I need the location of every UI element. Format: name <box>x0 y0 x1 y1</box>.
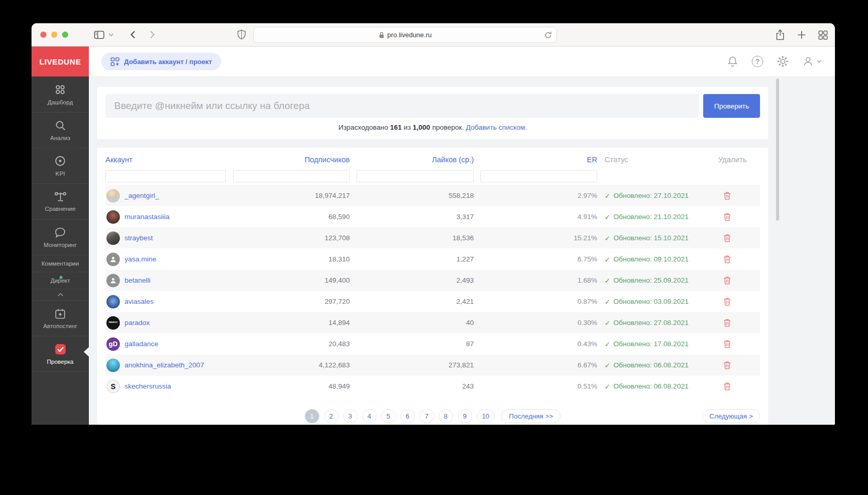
filter-er-input[interactable] <box>481 170 597 182</box>
delete-trash-icon[interactable] <box>723 339 731 348</box>
account-link[interactable]: paradox <box>125 319 150 327</box>
lock-icon <box>379 32 384 39</box>
check-button[interactable]: Проверить <box>703 94 760 118</box>
zoom-window-button[interactable] <box>62 32 68 38</box>
sidebar-item-analysis[interactable]: Анализ <box>32 112 89 148</box>
likes-value: 273,821 <box>350 361 474 369</box>
column-header-account[interactable]: Аккаунт <box>105 156 229 164</box>
reload-icon[interactable] <box>545 31 552 41</box>
livedune-logo[interactable]: LIVEDUNE <box>32 47 89 76</box>
page-button-8[interactable]: 8 <box>439 409 453 423</box>
page-button-2[interactable]: 2 <box>324 409 338 423</box>
blogger-search-input[interactable] <box>105 94 699 118</box>
last-page-button[interactable]: Последняя >> <box>501 409 561 423</box>
table-filter-row <box>105 167 760 185</box>
avatar <box>106 274 120 287</box>
followers-value: 297,720 <box>229 298 350 305</box>
sidebar-item-kpi[interactable]: KPI <box>32 148 89 183</box>
column-header-likes[interactable]: Лайков (ср.) <box>350 156 474 164</box>
sidebar-label: Мониторинг <box>44 242 77 248</box>
direct-notification-dot <box>59 276 63 279</box>
notifications-bell-icon[interactable] <box>727 56 738 67</box>
filter-account-input[interactable] <box>105 170 226 182</box>
add-by-list-link[interactable]: Добавить списком. <box>466 123 527 131</box>
page-button-6[interactable]: 6 <box>400 409 415 423</box>
table-row: yasa.mine 18,310 1,227 6.75% ✓Обновлено:… <box>105 249 760 270</box>
next-page-button[interactable]: Следующая > <box>702 409 760 423</box>
delete-trash-icon[interactable] <box>723 234 731 242</box>
sidebar-label: Комментарии <box>41 260 79 267</box>
column-header-er[interactable]: ER <box>474 156 597 164</box>
sidebar-item-check[interactable]: Проверка <box>32 336 89 372</box>
account-link[interactable]: anokhina_elizabeth_2007 <box>125 361 204 369</box>
sidebar-item-monitoring[interactable]: Мониторинг <box>32 219 89 255</box>
er-value: 0.87% <box>474 298 597 305</box>
account-link[interactable]: muranastasiiia <box>125 213 169 221</box>
account-link[interactable]: galladance <box>125 340 158 348</box>
avatar: S <box>106 380 120 393</box>
settings-gear-icon[interactable] <box>777 56 788 67</box>
likes-value: 18,536 <box>350 234 474 242</box>
sidebar-item-comparison[interactable]: Сравнение <box>32 183 89 219</box>
likes-value: 243 <box>350 382 474 390</box>
delete-trash-icon[interactable] <box>723 212 731 221</box>
tab-overview-icon[interactable] <box>818 30 828 40</box>
account-link[interactable]: yasa.mine <box>125 255 157 263</box>
forward-button[interactable] <box>150 30 155 39</box>
avatar <box>106 189 120 203</box>
add-grid-icon <box>111 57 119 66</box>
page-button-10[interactable]: 10 <box>477 409 494 423</box>
sidebar-label: Проверка <box>47 359 74 365</box>
sidebar-item-dashboard[interactable]: Дашборд <box>32 76 89 112</box>
delete-trash-icon[interactable] <box>723 191 731 200</box>
sidebar-item-direct[interactable]: Директ <box>32 272 89 289</box>
chevron-down-icon[interactable] <box>109 33 114 37</box>
user-profile-icon[interactable] <box>802 56 822 67</box>
page-button-7[interactable]: 7 <box>420 409 434 423</box>
status-text: Обновлено: 06.08.2021 <box>613 361 688 369</box>
page-button-1[interactable]: 1 <box>305 409 319 423</box>
delete-trash-icon[interactable] <box>723 318 731 327</box>
check-mark-icon: ✓ <box>605 319 610 327</box>
delete-trash-icon[interactable] <box>723 361 731 369</box>
sidebar-label: Автопостинг <box>43 323 78 329</box>
delete-trash-icon[interactable] <box>723 382 731 391</box>
usage-prefix: Израсходовано <box>338 123 388 131</box>
back-button[interactable] <box>130 30 135 39</box>
new-tab-icon[interactable] <box>797 30 806 39</box>
page-button-9[interactable]: 9 <box>458 409 472 423</box>
url-text: pro.livedune.ru <box>388 31 432 39</box>
help-icon[interactable]: ? <box>752 56 763 67</box>
page-button-3[interactable]: 3 <box>343 409 358 423</box>
page-button-4[interactable]: 4 <box>362 409 377 423</box>
account-link[interactable]: straybest <box>125 234 153 242</box>
sidebar-item-autoposting[interactable]: Автопостинг <box>32 300 89 336</box>
page-scrollbar[interactable] <box>776 79 779 221</box>
sidebar-item-comments[interactable]: Комментарии <box>32 255 89 272</box>
likes-value: 2,421 <box>350 298 474 305</box>
filter-followers-input[interactable] <box>233 170 350 182</box>
usage-mid: из <box>404 123 411 131</box>
account-link[interactable]: aviasales <box>125 298 153 305</box>
address-bar[interactable]: pro.livedune.ru <box>253 27 557 43</box>
delete-trash-icon[interactable] <box>723 276 731 285</box>
monitoring-collapse-chevron[interactable] <box>32 289 89 300</box>
sidebar-toggle-icon[interactable] <box>94 30 104 39</box>
delete-trash-icon[interactable] <box>723 255 731 264</box>
avatar <box>106 295 120 308</box>
account-link[interactable]: skechersrussia <box>125 382 171 390</box>
minimize-window-button[interactable] <box>51 32 57 38</box>
page-button-5[interactable]: 5 <box>381 409 396 423</box>
column-header-followers[interactable]: Подписчиков <box>229 156 350 164</box>
account-link[interactable]: _agentgirl_ <box>125 192 159 199</box>
filter-likes-input[interactable] <box>357 170 474 182</box>
privacy-shield-icon[interactable] <box>237 29 246 42</box>
sidebar-spacer <box>32 372 89 425</box>
share-icon[interactable] <box>776 29 785 40</box>
add-account-button[interactable]: Добавить аккаунт / проект <box>101 53 221 70</box>
target-icon <box>54 155 66 167</box>
close-window-button[interactable] <box>40 32 47 38</box>
column-header-status: Статус <box>597 156 716 164</box>
account-link[interactable]: betanelli <box>125 276 150 284</box>
delete-trash-icon[interactable] <box>723 297 731 306</box>
